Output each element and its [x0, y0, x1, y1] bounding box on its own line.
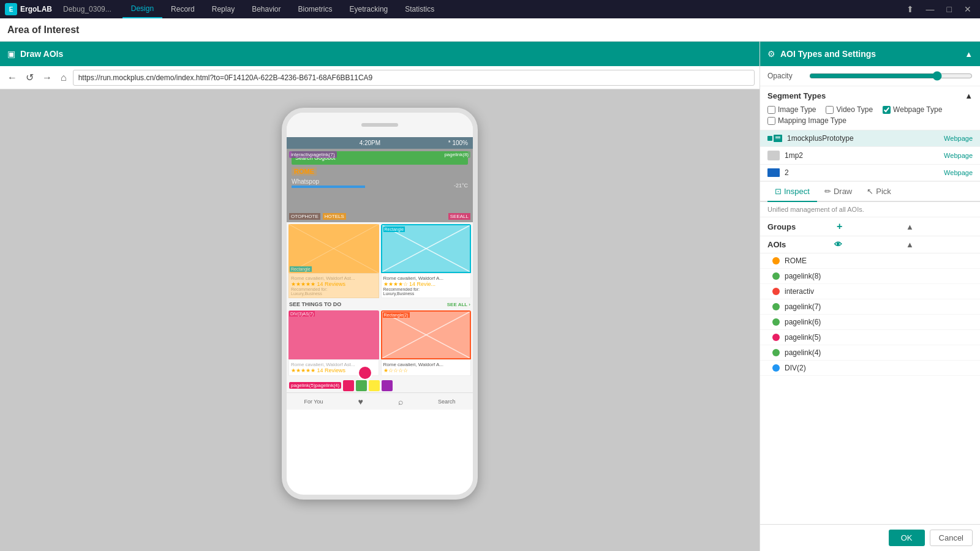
home-button[interactable]: ⌂ — [58, 71, 69, 84]
card2-image-placeholder — [382, 225, 470, 272]
mobile-battery: * 100% — [448, 140, 468, 146]
pagelink5-4-label: pagelink(5)pagelink(4) — [289, 382, 341, 389]
nav-biometrics[interactable]: Biometrics — [290, 0, 341, 18]
video-type-checkbox-item[interactable]: Video Type — [826, 105, 873, 114]
aoi-item-pagelink4[interactable]: pagelink(4) — [760, 345, 980, 361]
tab-inspect[interactable]: ⊡ Inspect — [767, 182, 817, 202]
groups-section: Groups + ▲ — [760, 217, 980, 236]
aois-visibility-button[interactable]: 👁 — [834, 240, 901, 249]
hotels-label: HOTELS — [323, 213, 346, 220]
groups-header: Groups + ▲ — [767, 221, 973, 232]
mobile-status-bar: 4:20PM * 100% — [287, 137, 473, 149]
spacer — [760, 378, 980, 524]
aoi-name-pagelink7: pagelink(7) — [785, 302, 821, 311]
draw-icon: ▣ — [7, 49, 15, 59]
aoi-title-bar: Area of Interest — [0, 18, 980, 42]
settings-icon: ⚙ — [767, 49, 775, 59]
right-panel: ⚙ AOI Types and Settings ▲ Opacity Segme… — [760, 42, 980, 551]
things-to-do: SEE THINGS TO DO — [289, 301, 341, 307]
refresh-button[interactable]: ↺ — [23, 70, 36, 84]
otophote-label: OTOPHOTE — [289, 213, 320, 220]
aois-collapse-button[interactable]: ▲ — [906, 240, 973, 249]
seeall-label: SEEALL — [448, 213, 470, 220]
webpage-item-2[interactable]: 1mp2 Webpage — [760, 147, 980, 165]
svg-rect-8 — [775, 138, 780, 139]
webpage-name-2: 1mp2 — [785, 151, 939, 160]
pin-button[interactable]: ⬆ — [903, 4, 918, 14]
webpage-type-checkbox-item[interactable]: Webpage Type — [883, 105, 942, 114]
panel-collapse-icon[interactable]: ▲ — [965, 50, 973, 59]
close-button[interactable]: ✕ — [960, 4, 975, 14]
card4-image-placeholder — [382, 312, 470, 358]
aoi-name-pagelink8: pagelink(8) — [785, 272, 821, 280]
tab-draw[interactable]: ✏ Draw — [817, 182, 859, 202]
mobile-time: 4:20PM — [360, 140, 380, 146]
forward-button[interactable]: → — [40, 71, 55, 84]
opacity-slider[interactable] — [809, 71, 973, 81]
nav-design[interactable]: Design — [123, 0, 162, 18]
hotel-card-4: Rectangle(2) Rome cavalieri, Waldorf A..… — [381, 310, 472, 376]
webpage-list: 1mockplusPrototype Webpage 1mp2 Webpage … — [760, 130, 980, 182]
canvas-viewport[interactable]: 4:20PM * 100% Search Gogobot ROME Whatsp… — [0, 89, 760, 551]
phone-mockup: 4:20PM * 100% Search Gogobot ROME Whatsp… — [282, 108, 478, 500]
div3-label: DIV(3)AS(7) — [289, 311, 315, 317]
bottom-buttons: OK Cancel — [760, 524, 980, 551]
mapping-type-checkbox[interactable] — [767, 117, 775, 125]
action-tabs: ⊡ Inspect ✏ Draw ↖ Pick — [760, 182, 980, 202]
nav-eyetracking[interactable]: Eyetracking — [341, 0, 397, 18]
segment-types-checkboxes: Image Type Video Type Webpage Type — [767, 105, 973, 114]
aoi-name-rome: ROME — [785, 257, 807, 265]
aoi-item-interactiv[interactable]: interactiv — [760, 284, 980, 299]
panel-title: AOI Types and Settings — [780, 49, 876, 59]
aois-header: AOIs 👁 ▲ — [760, 236, 980, 253]
see-all-label: SEE ALL › — [447, 302, 470, 307]
for-you-label: For You — [304, 399, 323, 405]
tab-pick[interactable]: ↖ Pick — [859, 182, 899, 202]
webpage-item-1[interactable]: 1mockplusPrototype Webpage — [760, 130, 980, 147]
interactiv-overlay-label: interactivpagelink(7) — [289, 151, 337, 158]
ok-button[interactable]: OK — [889, 530, 925, 546]
image-type-checkbox[interactable] — [767, 106, 775, 114]
mapping-type-checkbox-item[interactable]: Mapping Image Type — [767, 116, 846, 125]
minimize-button[interactable]: — — [922, 4, 938, 14]
aoi-name-pagelink4: pagelink(4) — [785, 348, 821, 357]
maximize-button[interactable]: □ — [943, 4, 956, 14]
webpage-item-3[interactable]: 2 Webpage — [760, 165, 980, 181]
nav-behavior[interactable]: Behavior — [243, 0, 289, 18]
aoi-dot-div2 — [772, 364, 780, 372]
aoi-item-pagelink8[interactable]: pagelink(8) — [760, 269, 980, 284]
aoi-name-interactiv: interactiv — [785, 287, 814, 296]
inspect-icon: ⊡ — [775, 187, 782, 196]
aois-section: AOIs 👁 ▲ ROME pagelink(8) interactiv — [760, 236, 980, 378]
pick-icon: ↖ — [867, 187, 873, 196]
phone-bottom-bar: For You ♥ ⌕ Search — [287, 392, 473, 410]
groups-collapse-button[interactable]: ▲ — [906, 222, 973, 231]
nav-record[interactable]: Record — [162, 0, 203, 18]
aoi-item-rome[interactable]: ROME — [760, 253, 980, 269]
segment-types-collapse[interactable]: ▲ — [965, 91, 973, 100]
debug-button[interactable]: Debug_0309... — [58, 5, 116, 13]
image-type-checkbox-item[interactable]: Image Type — [767, 105, 816, 114]
aoi-item-pagelink6[interactable]: pagelink(6) — [760, 315, 980, 330]
aoi-dot-rome — [772, 257, 780, 264]
phone-speaker — [361, 123, 398, 127]
add-group-button[interactable]: + — [837, 221, 903, 232]
rectangle2-label: Rectangle(2) — [383, 312, 410, 318]
aoi-item-pagelink5[interactable]: pagelink(5) — [760, 330, 980, 345]
url-input[interactable] — [73, 70, 755, 86]
webpage-name-3: 2 — [785, 168, 939, 177]
groups-label: Groups — [767, 222, 834, 231]
webpage-name-1: 1mockplusPrototype — [787, 134, 939, 143]
cancel-button[interactable]: Cancel — [930, 530, 973, 546]
back-button[interactable]: ← — [5, 71, 20, 84]
aoi-item-div2[interactable]: DIV(2) — [760, 361, 980, 376]
webpage-icon-2 — [767, 151, 780, 160]
webpage-type-checkbox[interactable] — [883, 106, 891, 114]
draw-icon-tab: ✏ — [824, 187, 831, 196]
nav-statistics[interactable]: Statistics — [396, 0, 443, 18]
aoi-name-pagelink6: pagelink(6) — [785, 318, 821, 326]
video-type-checkbox[interactable] — [826, 106, 834, 114]
color-swatch-3 — [369, 380, 380, 391]
aoi-item-pagelink7[interactable]: pagelink(7) — [760, 299, 980, 315]
nav-replay[interactable]: Replay — [203, 0, 243, 18]
